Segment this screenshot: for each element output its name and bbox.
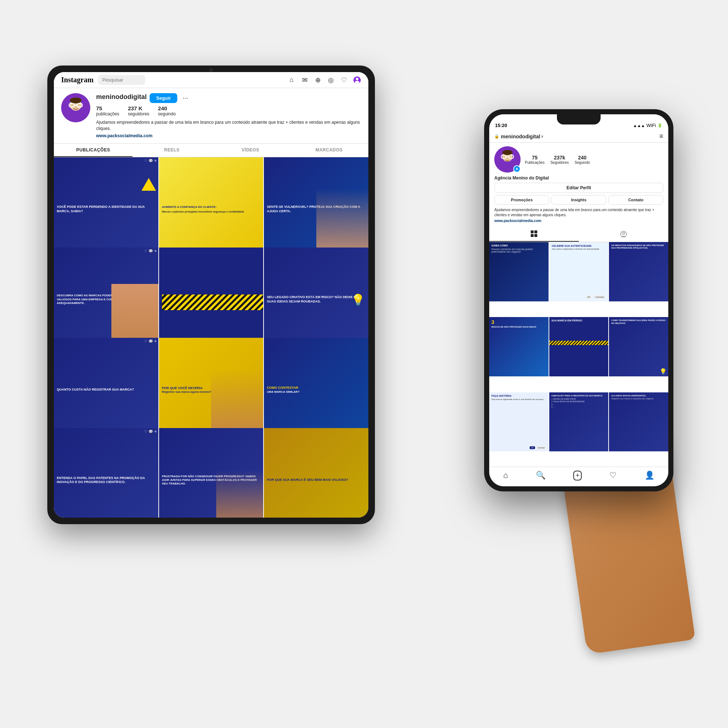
insights-button[interactable]: Insights: [551, 195, 606, 205]
phone-post-4-text: 3: [491, 319, 546, 326]
tab-videos[interactable]: VÍDEOS: [211, 144, 290, 157]
home-icon[interactable]: ⌂: [288, 76, 295, 84]
add-icon[interactable]: ⊕: [314, 76, 322, 84]
profile-stats: 75 publicações 237 K seguidores 240 segu…: [96, 105, 361, 116]
post-2[interactable]: Aumente a confiança do cliente: Marcas e…: [159, 157, 263, 262]
phone-tab-tagged[interactable]: [579, 226, 668, 242]
phone-link[interactable]: www.packsocialmedia.com: [494, 219, 663, 223]
phone-post-6-text: Como transformar sua IDEIA Passo a Passo…: [611, 319, 666, 324]
post-3[interactable]: Sente-se vulnerável? Proteja sua criação…: [264, 157, 369, 262]
post-1-text: VOCÊ PODE ESTAR perdendo a identidade da…: [57, 205, 155, 213]
ok-btn-7[interactable]: Ok: [530, 446, 535, 449]
post-11[interactable]: Frustrada por não conseguir fazer progre…: [159, 428, 263, 518]
post-9[interactable]: COMO CONTESTAR Uma marca similar? ⚖: [264, 338, 369, 442]
post-7[interactable]: ♡ 💬 ✈ Quanto custa NÃO registrar SUA MAR…: [54, 338, 158, 442]
publications-stat: 75 publicações: [96, 105, 119, 116]
battery-icon: 🔋: [658, 123, 662, 128]
wifi-icon: WiFi: [647, 123, 656, 128]
phone-post-1-text: SAIBA COMO: [491, 244, 546, 247]
post-12[interactable]: Por que sua Marca é seu bem mais valioso…: [264, 428, 369, 518]
post-10[interactable]: ♡ 💬 ✈ Entenda o papel das PATENTES na pr…: [54, 428, 158, 518]
post-icons-7: ♡ 💬 ✈: [144, 339, 157, 343]
cancel-btn-7[interactable]: Cancelar: [536, 446, 546, 449]
phone-post-3-text: Os Impactos Financeiros de não proteger …: [611, 244, 666, 249]
post-8[interactable]: Por que você deveria Registrar sua marca…: [159, 338, 263, 442]
profile-action-row: meninododigital Seguir ···: [96, 93, 361, 103]
phone-device: 15:20 ▲▲▲ WiFi 🔋 🔒 meninododigital ∨ ≡: [484, 109, 673, 491]
nav-add-icon[interactable]: +: [573, 471, 582, 480]
post-1[interactable]: ♡ 💬 ✈ VOCÊ PODE ESTAR perdendo a identid…: [54, 157, 158, 262]
post-9-text: COMO CONTESTAR: [267, 386, 366, 390]
search-input[interactable]: [98, 75, 145, 85]
nav-heart-icon[interactable]: ♡: [609, 471, 616, 480]
phone-username[interactable]: meninododigital: [501, 134, 540, 139]
phone-post-3[interactable]: Os Impactos Financeiros de não proteger …: [609, 242, 668, 301]
profile-link[interactable]: www.packsocialmedia.com: [96, 133, 361, 138]
phone-post-8[interactable]: CHECKLIST PARA O REGISTRO DA SUA MARCA: …: [549, 392, 609, 452]
compass-icon[interactable]: ◎: [327, 76, 335, 84]
phone-screen: 15:20 ▲▲▲ WiFi 🔋 🔒 meninododigital ∨ ≡: [489, 114, 668, 486]
followers-label: seguidores: [128, 112, 149, 116]
phone-post-8-list: 1. DEFINA UM NOME FORTE 2. FAÇA A BUSCA …: [551, 398, 606, 409]
phone-publications-stat: 75 Publicações: [525, 155, 544, 165]
posts-grid: ♡ 💬 ✈ VOCÊ PODE ESTAR perdendo a identid…: [54, 157, 369, 518]
profile-section: meninododigital Seguir ··· 75 publicaçõe…: [54, 88, 369, 144]
phone-post-7-text: Faça história:: [491, 395, 546, 398]
phone-post-6[interactable]: Como transformar sua IDEIA Passo a Passo…: [609, 317, 668, 376]
phone-post-7[interactable]: Faça história: Sua marca registrada cont…: [489, 392, 549, 452]
tab-reels[interactable]: REELS: [133, 144, 211, 157]
ok-btn[interactable]: Ok: [586, 295, 592, 299]
post-icons-4: ♡ 💬 ✈: [144, 249, 157, 253]
more-button[interactable]: ···: [182, 94, 188, 102]
post-5[interactable]: OS RISCOS de NÃO REGISTRAR sua marca ou …: [159, 248, 263, 352]
post-icons-1: ♡ 💬 ✈: [144, 159, 157, 163]
svg-point-2: [355, 81, 359, 84]
phone-followers-count: 237k: [554, 155, 565, 161]
phone-post-2[interactable]: Celebre sua autenticidade: Sua marca reg…: [549, 242, 609, 301]
heart-icon[interactable]: ♡: [340, 76, 348, 84]
post-12-text: Por que sua Marca é seu bem mais valioso…: [267, 478, 366, 482]
tab-publications[interactable]: PUBLICAÇÕES: [54, 144, 133, 157]
hamburger-menu-icon[interactable]: ≡: [659, 133, 663, 140]
following-label: seguindo: [158, 112, 176, 116]
phone-followers-stat: 237k Seguidores: [551, 155, 569, 165]
contact-button[interactable]: Contato: [608, 195, 663, 205]
phone-following-count: 240: [578, 155, 586, 161]
post-6[interactable]: Seu legado criativo está em risco? Não d…: [264, 248, 369, 352]
cancel-btn[interactable]: Cancelar: [593, 295, 606, 299]
nav-search-icon[interactable]: 🔍: [536, 471, 546, 480]
tab-tagged[interactable]: MARCADOS: [290, 144, 369, 157]
svg-rect-20: [534, 234, 537, 237]
lightbulb-icon-6: 💡: [351, 294, 365, 306]
phone-post-1[interactable]: SAIBA COMO Nossos mentores em marcas pod…: [489, 242, 549, 301]
svg-rect-17: [531, 230, 534, 233]
nav-profile-icon[interactable]: 👤: [645, 471, 655, 480]
post-6-text: Seu legado criativo está em risco? Não d…: [267, 295, 366, 304]
profile-icon[interactable]: [353, 76, 361, 84]
phone-post-9[interactable]: Alcance novos horizontes: Registre sua m…: [609, 392, 668, 452]
stripe-pattern-5: [162, 294, 263, 310]
chevron-down-icon: ∨: [541, 134, 543, 138]
phone-post-2-sub: Sua marca registrada é símbolo de autent…: [552, 248, 606, 250]
svg-rect-18: [534, 230, 537, 233]
phone-profile-section: + 75 Publicações 237k Seguidores 240: [489, 143, 668, 226]
post-icons-10: ♡ 💬 ✈: [144, 430, 157, 434]
messenger-icon[interactable]: ✉: [301, 76, 309, 84]
phone-publications-label: Publicações: [525, 161, 544, 165]
post-4[interactable]: ♡ 💬 ✈ Descubra como as marcas podem se t…: [54, 248, 158, 352]
svg-rect-19: [531, 234, 534, 237]
phone-avatar: +: [494, 146, 520, 173]
followers-count: 237 K: [128, 105, 142, 112]
phone-tab-grid[interactable]: [489, 226, 579, 242]
stripe-5: [549, 341, 609, 345]
phone-tabs: [489, 226, 668, 242]
promos-button[interactable]: Promoções: [494, 195, 549, 205]
profile-info: meninododigital Seguir ··· 75 publicaçõe…: [96, 93, 361, 138]
add-story-button[interactable]: +: [513, 165, 520, 173]
phone-post-4[interactable]: 3 RISCOS de não proteger suas ideias: [489, 317, 549, 376]
phone-post-5[interactable]: Sua marca em PERIGO:: [549, 317, 609, 376]
nav-home-icon[interactable]: ⌂: [503, 471, 508, 480]
follow-button[interactable]: Seguir: [150, 93, 177, 103]
instagram-header: Instagram ⌂ ✉ ⊕ ◎ ♡: [54, 72, 369, 88]
edit-profile-button[interactable]: Editar Perfil: [494, 183, 663, 193]
